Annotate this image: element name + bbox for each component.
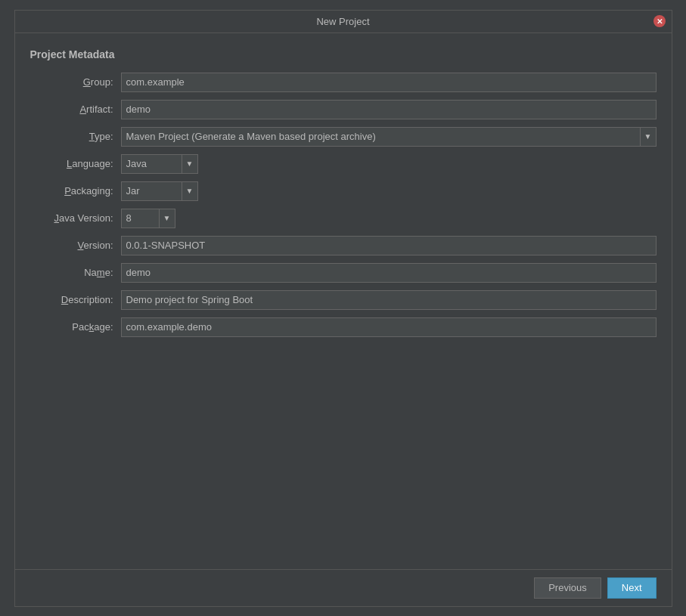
package-input[interactable] [121,317,657,337]
type-input[interactable] [121,127,640,147]
description-input[interactable] [121,290,657,310]
name-row: Name: [30,263,657,283]
type-row: Type: ▼ [30,127,657,147]
java-version-wrapper: ▼ [121,209,175,228]
package-row: Package: [30,317,657,337]
java-version-row: Java Version: ▼ [30,209,657,228]
group-row: Group: [30,73,657,92]
type-label: Type: [30,131,121,142]
language-input[interactable] [121,154,182,174]
name-input[interactable] [121,263,657,283]
language-select-wrapper: ▼ [121,154,198,174]
packaging-label: Packaging: [30,185,121,197]
packaging-select-wrapper: ▼ [121,181,198,201]
title-bar: New Project ✕ [15,11,672,33]
dialog-title: New Project [316,16,369,27]
next-button[interactable]: Next [607,577,657,599]
artifact-input[interactable] [121,100,657,119]
type-select-wrapper: ▼ [121,127,657,147]
version-input[interactable] [121,236,657,255]
new-project-dialog: New Project ✕ Project Metadata Group: Ar… [14,10,672,607]
close-button[interactable]: ✕ [653,15,666,27]
java-version-dropdown-arrow[interactable]: ▼ [159,209,175,228]
packaging-dropdown-arrow[interactable]: ▼ [182,181,198,201]
packaging-input[interactable] [121,181,182,201]
language-row: Language: ▼ [30,154,657,174]
name-label: Name: [30,267,121,278]
previous-button[interactable]: Previous [534,577,601,599]
dialog-content: Project Metadata Group: Artifact: Type: … [15,33,672,569]
version-row: Version: [30,236,657,255]
artifact-label: Artifact: [30,104,121,115]
language-label: Language: [30,158,121,169]
packaging-row: Packaging: ▼ [30,181,657,201]
group-label: Group: [30,76,121,88]
version-label: Version: [30,240,121,251]
java-version-label: Java Version: [30,212,121,224]
group-input[interactable] [121,73,657,92]
type-dropdown-arrow[interactable]: ▼ [640,127,657,147]
java-version-input[interactable] [121,209,159,228]
description-label: Description: [30,294,121,305]
language-dropdown-arrow[interactable]: ▼ [182,154,198,174]
section-title: Project Metadata [30,48,657,60]
dialog-footer: Previous Next [15,569,672,606]
artifact-row: Artifact: [30,100,657,119]
description-row: Description: [30,290,657,310]
package-label: Package: [30,321,121,333]
